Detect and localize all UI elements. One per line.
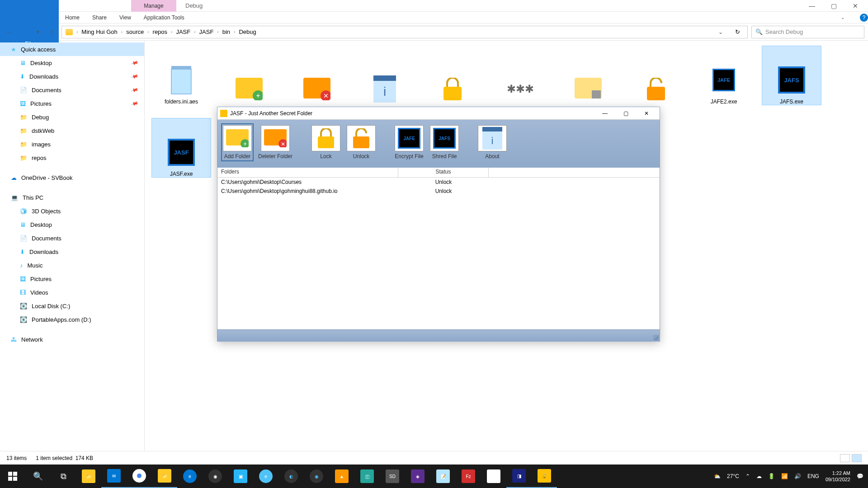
sidebar-item-images[interactable]: 📁images [0,137,144,151]
taskbar-app-edge[interactable]: e [177,465,203,488]
clock[interactable]: 1:22 AM 09/10/2022 [826,470,850,483]
app-minimize-button[interactable]: — [594,107,615,120]
ribbon-tab-share[interactable]: Share [86,12,113,23]
refresh-button[interactable]: ↻ [731,28,744,35]
lock-button[interactable]: Lock [311,124,341,160]
add-folder-button[interactable]: + Add Folder [222,124,253,160]
file-item[interactable] [627,46,685,105]
sidebar-item-repos[interactable]: 📁repos [0,151,144,164]
chevron-right-icon[interactable]: › [121,29,123,34]
nav-recent-dropdown[interactable]: ▼ [33,27,43,38]
sidebar-item-downloads2[interactable]: ⬇Downloads [0,245,144,258]
taskbar-app-steam[interactable]: ◉ [203,465,228,488]
taskbar-app-generic6[interactable]: SD [380,465,405,488]
ribbon-context-tab-manage[interactable]: Manage [131,0,176,12]
taskbar-app-generic3[interactable]: ◉ [304,465,329,488]
taskbar-app-ie[interactable]: e [253,465,278,488]
search-button[interactable]: 🔍 [25,465,51,488]
address-history-dropdown[interactable]: ⌄ [718,29,727,35]
sidebar-item-desktop2[interactable]: 🖥Desktop [0,218,144,231]
file-item[interactable]: ✕ [288,46,346,105]
shred-file-button[interactable]: JAFS Shred File [429,124,460,160]
file-item[interactable]: JASFJASF.exe [152,118,211,177]
app-close-button[interactable]: ✕ [636,107,657,120]
delete-folder-button[interactable]: ✕ Deleter Folder [257,124,293,160]
column-header-folders[interactable]: Folders [217,168,398,177]
chevron-right-icon[interactable]: › [147,29,149,34]
sidebar-item-downloads[interactable]: ⬇Downloads📌 [0,70,144,83]
close-button[interactable]: ✕ [850,0,861,11]
taskbar-app-vs[interactable]: ◈ [405,465,430,488]
sidebar-quick-access[interactable]: ★ Quick access [0,42,144,56]
folder-list[interactable]: Folders Status C:\Users\gohmi\Desktop\Co… [217,168,660,329]
view-details-button[interactable] [840,454,850,462]
file-item[interactable]: JAFEJAFE2.exe [694,46,753,105]
ribbon-tab-file[interactable]: File [0,0,59,47]
taskbar-app-notepad[interactable]: 📝 [430,465,456,488]
list-row[interactable]: C:\Users\gohmi\Desktop\Courses Unlock [217,178,660,187]
breadcrumb-segment[interactable]: Ming Hui Goh [81,28,117,35]
sidebar-item-music[interactable]: ♪Music [0,258,144,272]
ribbon-tab-view[interactable]: View [113,12,137,23]
breadcrumb-segment[interactable]: JASF [176,28,190,35]
sidebar-item-3d-objects[interactable]: 🧊3D Objects [0,204,144,218]
start-button[interactable] [0,465,25,488]
file-item[interactable]: + [220,46,278,105]
nav-back-button[interactable]: ← [4,27,14,38]
chevron-right-icon[interactable]: › [217,29,218,34]
breadcrumb-segment[interactable]: Debug [239,28,256,35]
taskbar-app-generic8[interactable]: ◨ [506,465,532,488]
sidebar-item-local-disk[interactable]: 💽Local Disk (C:) [0,299,144,313]
taskbar-app-generic4[interactable]: ▲ [329,465,354,488]
help-icon[interactable]: ? [860,14,868,22]
taskbar-app-jasf[interactable]: 🔒 [532,465,557,488]
taskbar-app-chrome[interactable] [127,465,152,488]
breadcrumb-segment[interactable]: source [126,28,144,35]
resize-grip-icon[interactable] [653,335,659,340]
sidebar-item-dstkweb[interactable]: 📁dstkWeb [0,124,144,137]
taskbar-app-explorer2[interactable]: 📁 [152,465,177,488]
about-button[interactable]: i About [477,124,508,160]
sidebar-item-documents2[interactable]: 📄Documents [0,231,144,245]
file-item[interactable] [423,46,482,105]
taskbar-app-explorer[interactable]: 📁 [76,465,101,488]
breadcrumb-path[interactable]: › Ming Hui Goh › source › repos › JASF ›… [61,26,748,38]
battery-icon[interactable]: 🔋 [768,473,775,479]
sidebar-network[interactable]: 🖧Network [0,333,144,346]
breadcrumb-segment[interactable]: repos [153,28,168,35]
sidebar-item-desktop[interactable]: 🖥Desktop📌 [0,56,144,70]
breadcrumb-segment[interactable]: JASF [199,28,214,35]
taskbar-app-generic7[interactable]: 🖼 [481,465,506,488]
encrypt-file-button[interactable]: JAFE Encrypt File [394,124,425,160]
sidebar-item-portable-apps[interactable]: 💽PortableApps.com (D:) [0,313,144,326]
sidebar-item-pictures[interactable]: 🖼Pictures📌 [0,97,144,110]
nav-forward-button[interactable]: → [18,27,29,38]
unlock-button[interactable]: Unlock [346,124,377,160]
ribbon-tab-application-tools[interactable]: Application Tools [137,12,191,23]
maximize-button[interactable]: ▢ [828,0,839,11]
weather-temp[interactable]: 27°C [727,473,739,479]
sidebar-item-videos[interactable]: 🎞Videos [0,286,144,299]
notification-icon[interactable]: 💬 [857,473,863,479]
chevron-right-icon[interactable]: › [194,29,195,34]
file-item[interactable]: i [355,46,414,105]
taskbar-app-generic1[interactable]: ▣ [228,465,253,488]
column-header-status[interactable]: Status [398,168,489,177]
search-input[interactable]: 🔍 Search Debug [751,26,864,38]
app-maximize-button[interactable]: ▢ [615,107,636,120]
taskbar-app-mail[interactable]: ✉ [101,465,127,488]
sidebar-item-debug[interactable]: 📁Debug [0,110,144,124]
chevron-right-icon[interactable]: › [76,29,78,34]
chevron-right-icon[interactable]: › [171,29,172,34]
language-indicator[interactable]: ENG [807,473,819,479]
file-item[interactable] [559,46,618,105]
sidebar-item-documents[interactable]: 📄Documents📌 [0,83,144,97]
nav-up-button[interactable]: ↑ [47,27,58,38]
sidebar-item-pictures2[interactable]: 🖼Pictures [0,272,144,286]
taskbar-app-generic2[interactable]: ◐ [278,465,304,488]
sidebar-onedrive[interactable]: ☁OneDrive - SVBook [0,171,144,184]
file-item[interactable]: JAFSJAFS.exe [762,46,821,105]
ribbon-tab-home[interactable]: Home [59,12,86,23]
file-item[interactable]: folders.ini.aes [152,46,211,105]
breadcrumb-segment[interactable]: bin [222,28,230,35]
